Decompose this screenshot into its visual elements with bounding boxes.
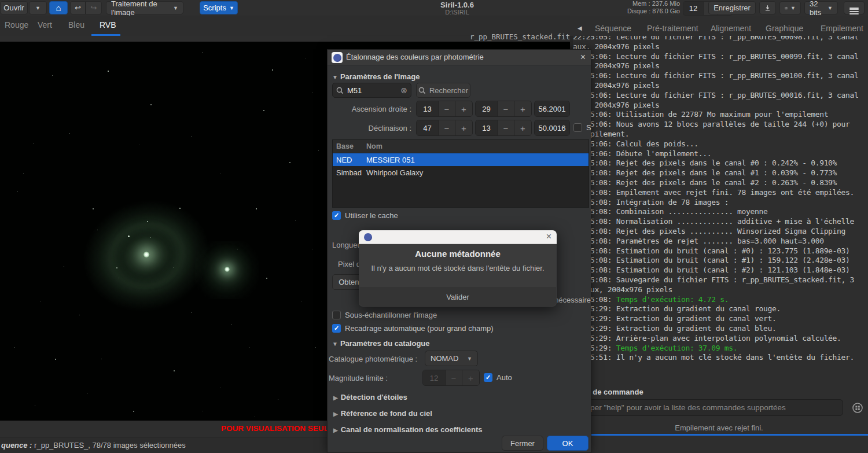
dec-degrees-spinner[interactable]: 47−+ [416,120,473,136]
dialog-title: Étalonnage des couleurs par photométrie [346,53,484,61]
console-line: aux, 2004x976 pixels [573,42,868,52]
star [119,278,119,278]
dec-seconds-field[interactable]: 50.0016 [534,120,570,136]
tab-alignement[interactable]: Alignement [711,24,751,33]
dec-minutes-spinner[interactable]: 13−+ [475,120,532,136]
expander-star-detection[interactable]: ▶Détection d'étoiles [333,393,407,402]
plus-button[interactable]: + [514,101,531,116]
close-icon[interactable]: × [580,52,586,62]
console-line: 22:25:29: Extraction du gradient du cana… [573,324,868,334]
undo-button[interactable]: ↩ [70,1,86,14]
table-row[interactable]: NEDMESSIER 051 [333,153,589,166]
open-dropdown-button[interactable]: ▼ [29,1,47,14]
downsample-checkbox[interactable]: Sous-échantillonner l'image [332,311,437,319]
minus-button[interactable]: − [497,120,514,135]
star [237,249,238,249]
chevron-down-icon: ▼ [827,5,833,11]
auto-magnitude-checkbox[interactable]: ✓ Auto [484,373,512,382]
chevron-down-icon: ▼ [229,5,234,11]
open-button[interactable]: Ouvrir [0,1,28,14]
south-checkbox[interactable]: S [573,123,591,132]
snapshot-button[interactable]: ▼ [779,1,801,14]
siril-window: Ouvrir ▼ ⌂ ↩ ↪ Traitement de l'image▼ Sc… [0,0,868,453]
tab-rouge[interactable]: Rouge [5,20,28,30]
console-line: 22:25:08: Rejet des pixels .......... Wi… [573,227,868,237]
star [174,267,174,268]
tab-vert[interactable]: Vert [38,20,52,30]
minus-button[interactable]: − [438,101,455,116]
autocrop-checkbox[interactable]: ✓ Recadrage automatique (pour grand cham… [332,324,494,333]
close-button[interactable]: Fermer [502,436,543,451]
star [203,411,203,411]
active-tab-underline [91,34,120,36]
loaded-filename: r_pp_BRUTES_stacked.fit [370,32,570,41]
sequence-value: r_pp_BRUTES_, 78/78 images sélectionnées [34,441,186,450]
galaxy-companion-ngc5195 [195,241,259,299]
object-search-input[interactable]: M51 ⊗ [332,83,411,98]
console-line: 22:25:29: Arrière-plan avec interpolatio… [573,334,868,344]
zoom-value[interactable]: 12 [683,2,703,15]
section-catalogue-params[interactable]: ▼Paramètres du catalogue [332,339,430,348]
minus-button[interactable]: − [497,101,514,116]
console-log[interactable]: 22:25:05: Lecture du fichier FITS : r_pp… [573,36,868,376]
use-cache-checkbox[interactable]: ✓ Utiliser le cache [332,211,398,220]
tab-sequence[interactable]: Séquence [595,24,631,33]
image-processing-menu[interactable]: Traitement de l'image▼ [106,1,183,14]
redo-button[interactable]: ↪ [86,1,102,14]
chevron-down-icon: ▼ [467,356,472,362]
dialog-titlebar[interactable]: Étalonnage des couleurs par photométrie … [328,50,591,65]
magnitude-label: Magnitude limite : [329,374,388,382]
search-button[interactable]: Rechercher [416,83,470,98]
collapse-panel-icon[interactable]: ◀ [578,25,582,31]
console-line: 22:25:06: Nous avons 12 blocs parallèles… [573,120,868,130]
ra-seconds-field[interactable]: 56.2001 [534,101,570,117]
expander-normalisation-channel[interactable]: ▶Canal de normalisation des coefficients [333,425,483,434]
ra-minutes-spinner[interactable]: 29−+ [475,101,532,117]
home-button[interactable]: ⌂ [49,1,68,14]
console-line: 22:25:29: Extraction du gradient du cana… [573,314,868,324]
star [256,208,257,209]
console-line: aux, 2004x976 pixels [573,101,868,111]
memory-info: Mem : 237.6 Mio Disque : 876.0 Gio [602,0,680,15]
table-row[interactable]: SimbadWhirlpool Galaxy [333,166,589,179]
catalogue-dropdown[interactable]: NOMAD▼ [425,351,478,366]
validate-button[interactable]: Valider [359,288,556,306]
tab-bleu[interactable]: Bleu [68,20,84,30]
close-icon[interactable]: × [546,231,551,242]
right-tabbar: ◀ Séquence Pré-traitement Alignement Gra… [570,20,868,36]
chevron-down-icon: ▼ [35,5,41,11]
plus-button[interactable]: + [455,101,472,116]
ra-hours-spinner[interactable]: 13−+ [416,101,473,117]
tab-graphique[interactable]: Graphique [766,24,803,33]
section-image-params[interactable]: ▼Paramètres de l'Image [332,72,420,81]
plus-button[interactable]: + [455,120,472,135]
star [128,235,130,237]
scripts-menu[interactable]: Scripts▼ [200,1,238,14]
tab-pretraitement[interactable]: Pré-traitement [647,24,698,33]
bit-depth-dropdown[interactable]: 32 bits▼ [804,1,838,14]
command-input[interactable] [576,399,843,416]
star [69,133,70,134]
dec-label: Déclinaison : [328,124,411,132]
star [79,315,80,315]
tab-rvb[interactable]: RVB [100,20,116,30]
hamburger-menu-button[interactable] [844,1,865,14]
sequence-label: quence : [1,441,32,450]
console-line: 22:25:08: Intégration de 78 images : [573,198,868,208]
command-list-icon[interactable] [852,402,863,414]
console-line: canaux, 2004x976 pixels [573,285,868,295]
chevron-down-icon: ▼ [790,5,796,11]
save-as-button[interactable] [759,1,776,14]
plus-button[interactable]: + [514,120,531,135]
tab-empilement[interactable]: Empilement [821,24,863,33]
star [64,266,64,267]
clear-icon[interactable]: ⊗ [400,86,407,95]
search-icon [418,87,426,94]
save-button[interactable]: Enregistrer [708,1,756,14]
modal-titlebar[interactable]: × [359,230,557,244]
object-results-table[interactable]: Base Nom NEDMESSIER 051SimbadWhirlpool G… [332,139,589,208]
expander-background-reference[interactable]: ▶Référence de fond du ciel [333,409,432,418]
minus-button[interactable]: − [438,120,455,135]
ok-button[interactable]: OK [547,436,589,451]
star [41,301,41,301]
